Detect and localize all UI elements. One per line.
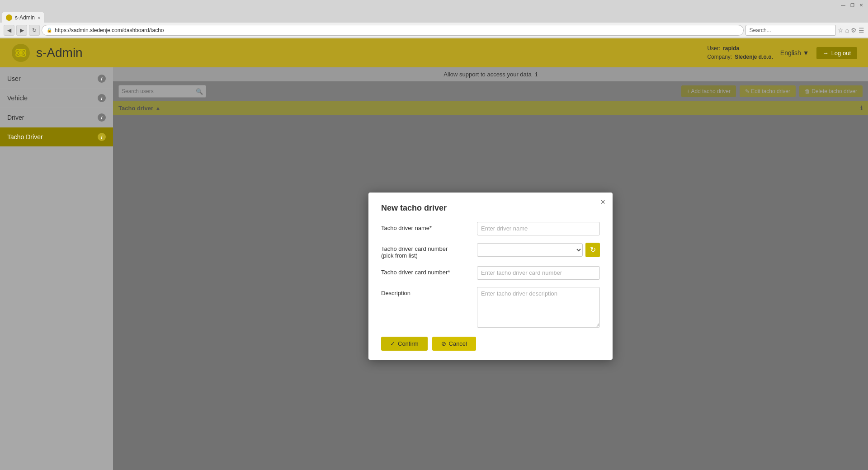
modal-overlay: × New tacho driver Tacho driver name* Ta…	[113, 81, 868, 470]
lock-icon: 🔒	[47, 28, 52, 33]
browser-chrome: — ❐ ✕ s-Admin × ◀ ▶ ↻ 🔒 https://sadmin.s…	[0, 0, 868, 38]
company-label: Company:	[707, 53, 732, 61]
user-label: User:	[707, 44, 720, 53]
modal-footer: ✓ Confirm ⊘ Cancel	[381, 337, 600, 351]
search-bar-text: Search...	[750, 27, 771, 33]
driver-name-row: Tacho driver name*	[381, 222, 600, 235]
card-number-input[interactable]	[477, 266, 600, 280]
content-area: 🔍 + Add tacho driver ✎ Edit tacho driver…	[113, 81, 868, 470]
cancel-label: Cancel	[449, 340, 467, 347]
app-header: s-Admin User: rapida Company: Sledenje d…	[0, 38, 868, 67]
support-info-icon: ℹ	[535, 71, 538, 78]
check-icon: ✓	[390, 340, 395, 347]
sidebar-item-label: Driver	[7, 114, 24, 121]
card-pick-select-wrap: ↻	[477, 243, 600, 257]
refresh-button[interactable]: ↻	[585, 243, 600, 257]
info-icon: i	[98, 113, 106, 122]
main-content: Allow support to access your data ℹ 🔍 + …	[113, 67, 868, 470]
info-icon: i	[98, 75, 106, 83]
card-pick-label: Tacho driver card number (pick from list…	[381, 243, 472, 259]
header-right: User: rapida Company: Sledenje d.o.o. En…	[707, 42, 857, 63]
sidebar-item-driver[interactable]: Driver i	[0, 108, 113, 127]
home-icon[interactable]: ⌂	[845, 27, 849, 34]
tab-label: s-Admin	[15, 14, 35, 21]
confirm-label: Confirm	[398, 340, 419, 347]
forward-button[interactable]: ▶	[16, 25, 27, 36]
address-bar[interactable]: 🔒 https://sadmin.sledenje.com/dashboard/…	[42, 25, 744, 36]
sidebar-item-label: Vehicle	[7, 94, 28, 102]
url-text: https://sadmin.sledenje.com/dashboard/ta…	[55, 27, 164, 33]
sidebar-item-tacho-driver[interactable]: Tacho Driver i	[0, 127, 113, 147]
logo-icon	[11, 43, 31, 63]
confirm-button[interactable]: ✓ Confirm	[381, 337, 428, 351]
app-title: s-Admin	[36, 46, 83, 60]
app-wrapper: s-Admin User: rapida Company: Sledenje d…	[0, 38, 868, 470]
description-row: Description	[381, 287, 600, 328]
minimize-button[interactable]: —	[840, 2, 846, 8]
tab-close-icon[interactable]: ×	[38, 15, 40, 20]
sidebar-item-label: Tacho Driver	[7, 133, 43, 141]
logout-button[interactable]: → Log out	[816, 47, 857, 59]
browser-tabbar: s-Admin ×	[0, 10, 868, 23]
sidebar-item-vehicle[interactable]: Vehicle i	[0, 89, 113, 108]
company-value: Sledenje d.o.o.	[735, 53, 773, 61]
close-button[interactable]: ✕	[858, 2, 864, 8]
sidebar: User i Vehicle i Driver i Tacho Driver i	[0, 67, 113, 470]
back-button[interactable]: ◀	[4, 25, 14, 36]
language-selector[interactable]: English ▼	[780, 49, 809, 56]
app-body: User i Vehicle i Driver i Tacho Driver i…	[0, 67, 868, 470]
driver-name-label: Tacho driver name*	[381, 222, 472, 231]
new-tacho-driver-modal: × New tacho driver Tacho driver name* Ta…	[368, 193, 613, 360]
description-label: Description	[381, 287, 472, 296]
sidebar-item-user[interactable]: User i	[0, 69, 113, 89]
support-bar: Allow support to access your data ℹ	[113, 67, 868, 81]
card-number-row: Tacho driver card number*	[381, 266, 600, 280]
logout-icon: →	[823, 50, 829, 56]
browser-tab[interactable]: s-Admin ×	[2, 12, 44, 23]
support-text: Allow support to access your data	[443, 71, 531, 78]
app-logo: s-Admin	[11, 43, 83, 63]
gear-icon[interactable]: ⚙	[851, 27, 857, 34]
description-textarea[interactable]	[477, 287, 600, 328]
cancel-button[interactable]: ⊘ Cancel	[432, 337, 476, 351]
modal-close-button[interactable]: ×	[600, 198, 605, 206]
info-icon: i	[98, 133, 106, 141]
browser-titlebar: — ❐ ✕	[0, 0, 868, 10]
ban-icon: ⊘	[441, 340, 446, 347]
user-info: User: rapida Company: Sledenje d.o.o.	[707, 42, 773, 63]
restore-button[interactable]: ❐	[849, 2, 855, 8]
browser-search-bar[interactable]: Search...	[745, 25, 836, 36]
logout-label: Log out	[831, 50, 851, 56]
svg-point-3	[19, 51, 23, 55]
refresh-nav-button[interactable]: ↻	[29, 25, 40, 36]
language-text: English	[780, 49, 801, 56]
info-icon: i	[98, 94, 106, 102]
browser-navbar: ◀ ▶ ↻ 🔒 https://sadmin.sledenje.com/dash…	[0, 23, 868, 38]
driver-name-input[interactable]	[477, 222, 600, 235]
card-pick-select[interactable]	[477, 243, 583, 257]
browser-nav-icons: ☆ ⌂ ⚙ ☰	[838, 27, 864, 34]
menu-icon[interactable]: ☰	[859, 27, 864, 34]
user-value: rapida	[723, 44, 739, 53]
chevron-down-icon: ▼	[803, 49, 809, 56]
star-icon[interactable]: ☆	[838, 27, 844, 34]
card-number-label: Tacho driver card number*	[381, 266, 472, 276]
modal-title: New tacho driver	[381, 203, 600, 213]
tab-favicon	[6, 14, 12, 21]
sidebar-item-label: User	[7, 75, 21, 82]
card-pick-row: Tacho driver card number (pick from list…	[381, 243, 600, 259]
